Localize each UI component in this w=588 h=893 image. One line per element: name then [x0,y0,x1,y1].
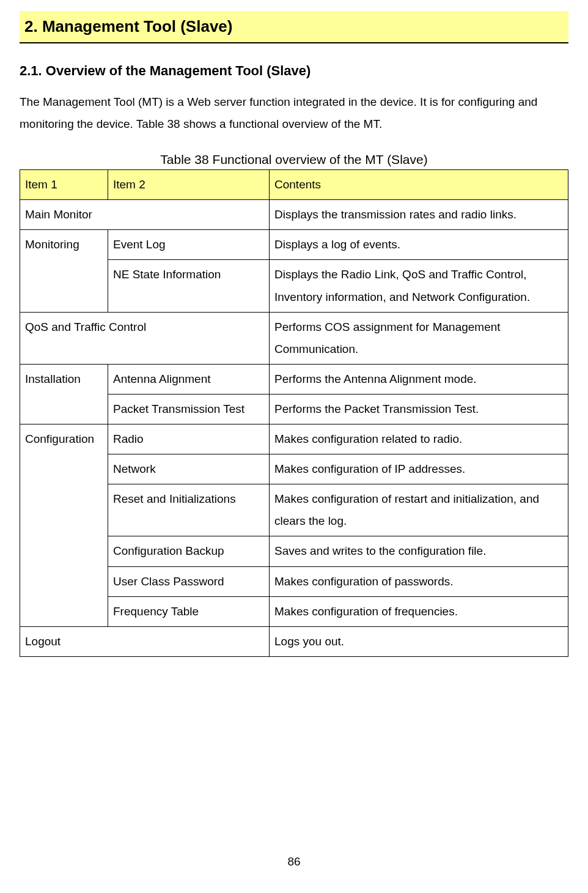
section-heading: 2.1. Overview of the Management Tool (Sl… [20,63,568,79]
overview-table: Item 1 Item 2 Contents Main Monitor Disp… [20,169,568,657]
cell-logout-contents: Logs you out. [270,626,568,656]
cell-main-monitor: Main Monitor [20,200,270,230]
table-row: Logout Logs you out. [20,626,568,656]
table-row: Monitoring Event Log Displays a log of e… [20,230,568,260]
header-item1: Item 1 [20,170,108,200]
cell-monitoring: Monitoring [20,230,108,312]
cell-main-monitor-contents: Displays the transmission rates and radi… [270,200,568,230]
page-number: 86 [0,855,588,869]
chapter-heading: 2. Management Tool (Slave) [20,11,568,43]
cell-installation: Installation [20,364,108,424]
cell-ne-state-contents: Displays the Radio Link, QoS and Traffic… [270,260,568,312]
cell-logout: Logout [20,626,270,656]
cell-radio: Radio [108,424,270,454]
cell-password-contents: Makes configuration of passwords. [270,566,568,596]
header-contents: Contents [270,170,568,200]
cell-antenna: Antenna Alignment [108,364,270,394]
cell-radio-contents: Makes configuration related to radio. [270,424,568,454]
table-header-row: Item 1 Item 2 Contents [20,170,568,200]
cell-password: User Class Password [108,566,270,596]
table-row: Installation Antenna Alignment Performs … [20,364,568,394]
header-item2: Item 2 [108,170,270,200]
cell-backup: Configuration Backup [108,536,270,566]
cell-packet: Packet Transmission Test [108,394,270,424]
cell-qos-contents: Performs COS assignment for Management C… [270,312,568,364]
cell-event-log-contents: Displays a log of events. [270,230,568,260]
table-row: Configuration Radio Makes configuration … [20,424,568,454]
cell-frequency: Frequency Table [108,596,270,626]
cell-antenna-contents: Performs the Antenna Alignment mode. [270,364,568,394]
cell-network: Network [108,454,270,484]
cell-event-log: Event Log [108,230,270,260]
cell-network-contents: Makes configuration of IP addresses. [270,454,568,484]
cell-ne-state: NE State Information [108,260,270,312]
table-caption: Table 38 Functional overview of the MT (… [20,152,568,167]
cell-packet-contents: Performs the Packet Transmission Test. [270,394,568,424]
cell-backup-contents: Saves and writes to the configuration fi… [270,536,568,566]
cell-reset-contents: Makes configuration of restart and initi… [270,484,568,536]
table-row: QoS and Traffic Control Performs COS ass… [20,312,568,364]
cell-reset: Reset and Initializations [108,484,270,536]
table-row: Main Monitor Displays the transmission r… [20,200,568,230]
cell-qos: QoS and Traffic Control [20,312,270,364]
intro-paragraph: The Management Tool (MT) is a Web server… [20,91,568,135]
cell-frequency-contents: Makes configuration of frequencies. [270,596,568,626]
cell-configuration: Configuration [20,424,108,627]
